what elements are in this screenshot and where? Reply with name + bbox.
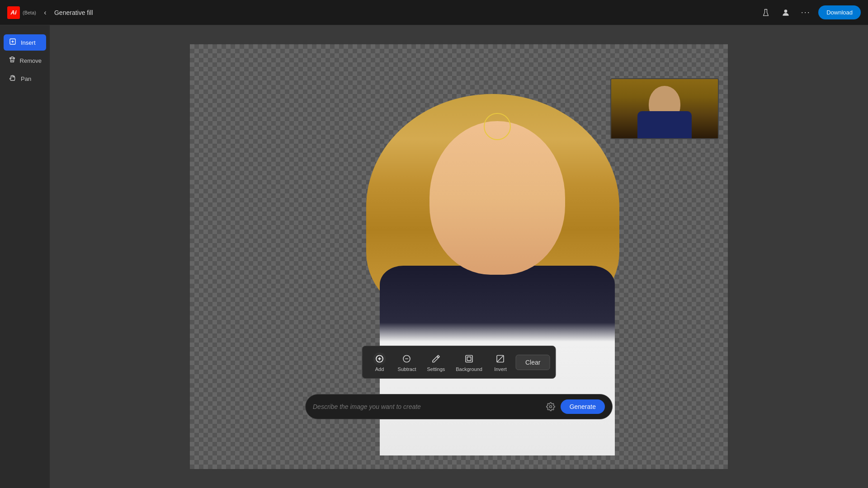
beta-label: (Beta) <box>23 10 36 15</box>
canvas-wrapper[interactable]: Add Subtract Settings <box>190 44 728 469</box>
download-button[interactable]: Download <box>818 5 861 19</box>
user-avatar-button[interactable] <box>778 5 793 20</box>
background-icon <box>463 352 476 365</box>
webcam-overlay <box>610 78 719 139</box>
adobe-logo: Ai <box>7 6 20 19</box>
webcam-video <box>611 79 718 138</box>
sidebar-item-insert-label: Insert <box>21 39 36 46</box>
prompt-input[interactable] <box>313 403 541 410</box>
app-logo-group: Ai (Beta) <box>7 6 36 19</box>
toolbar-add-button[interactable]: Add <box>368 350 392 375</box>
add-icon <box>373 352 386 365</box>
prompt-settings-button[interactable] <box>544 400 557 413</box>
prompt-bar: Generate <box>305 394 613 419</box>
svg-rect-11 <box>467 357 471 361</box>
invert-icon <box>494 352 507 365</box>
subtract-icon <box>401 352 413 365</box>
remove-icon <box>8 56 16 65</box>
svg-line-13 <box>497 356 504 362</box>
topbar: Ai (Beta) ‹ Generative fill ··· Download <box>0 0 868 25</box>
pan-icon <box>8 74 17 83</box>
sidebar-item-remove-label: Remove <box>20 57 42 64</box>
sidebar-item-insert[interactable]: Insert <box>4 34 46 51</box>
toolbar-subtract-label: Subtract <box>398 366 416 372</box>
back-button[interactable]: ‹ <box>40 7 51 18</box>
flask-icon-button[interactable] <box>759 5 773 20</box>
canvas-area[interactable]: Add Subtract Settings <box>50 25 868 488</box>
sidebar-item-pan-label: Pan <box>21 75 31 82</box>
page-title: Generative fill <box>54 9 759 16</box>
more-options-button[interactable]: ··· <box>798 5 813 20</box>
woman-face <box>429 121 565 275</box>
svg-rect-10 <box>466 356 472 362</box>
clear-button[interactable]: Clear <box>516 355 550 370</box>
sidebar-item-remove[interactable]: Remove <box>4 52 46 69</box>
toolbar-settings-button[interactable]: Settings <box>423 350 450 375</box>
canvas-toolbar: Add Subtract Settings <box>362 346 556 379</box>
toolbar-background-label: Background <box>456 366 482 372</box>
sidebar-item-pan[interactable]: Pan <box>4 70 46 87</box>
toolbar-invert-label: Invert <box>494 366 507 372</box>
flask-icon <box>761 8 770 17</box>
toolbar-settings-label: Settings <box>427 366 445 372</box>
user-icon <box>781 8 790 17</box>
generate-button[interactable]: Generate <box>561 399 605 414</box>
insert-icon <box>8 38 17 47</box>
svg-point-1 <box>784 9 788 13</box>
left-sidebar: Insert Remove Pan <box>0 25 50 488</box>
toolbar-invert-button[interactable]: Invert <box>489 350 512 375</box>
webcam-body <box>637 111 692 138</box>
toolbar-subtract-button[interactable]: Subtract <box>393 350 421 375</box>
topbar-actions: ··· Download <box>759 5 861 20</box>
toolbar-background-button[interactable]: Background <box>451 350 487 375</box>
toolbar-add-label: Add <box>375 366 384 372</box>
settings-pencil-icon <box>429 352 442 365</box>
svg-point-14 <box>549 406 552 408</box>
ellipsis-icon: ··· <box>801 8 811 17</box>
